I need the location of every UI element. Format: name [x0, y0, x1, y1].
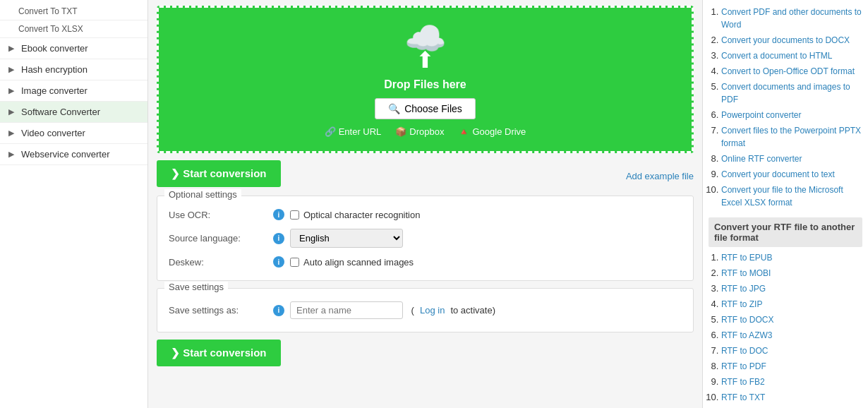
- main-content: ☁️⬆ Drop Files here 🔍 Choose Files 🔗 Ent…: [148, 0, 702, 408]
- start-conversion-button-top[interactable]: ❯ Start conversion: [157, 160, 281, 187]
- optional-settings-section: Optional settings Use OCR: i Optical cha…: [157, 196, 694, 281]
- source-language-select[interactable]: English French German Spanish Italian Po…: [290, 229, 403, 248]
- rtf-link-5[interactable]: RTF to DOCX: [721, 315, 773, 325]
- right-link-4[interactable]: Convert to Open-Office ODT format: [721, 66, 855, 76]
- sidebar-item-webservice[interactable]: ▶ Webservice converter: [0, 144, 147, 165]
- deskew-info-icon[interactable]: i: [273, 256, 284, 268]
- start-conversion-row-top: ❯ Start conversion Add example file: [157, 160, 694, 193]
- sidebar-item-software[interactable]: ▶ Software Converter: [0, 102, 147, 123]
- rtf-link-1[interactable]: RTF to EPUB: [721, 253, 772, 263]
- list-item: Convert files to the Powerpoint PPTX for…: [721, 124, 862, 150]
- login-link[interactable]: Log in: [420, 305, 445, 316]
- save-settings-info-icon[interactable]: i: [273, 305, 284, 316]
- ocr-checkbox[interactable]: [290, 210, 299, 220]
- rtf-list: RTF to EPUB RTF to MOBI RTF to JPG RTF t…: [709, 251, 862, 404]
- dropzone[interactable]: ☁️⬆ Drop Files here 🔍 Choose Files 🔗 Ent…: [157, 6, 694, 153]
- list-item: RTF to DOCX: [721, 313, 862, 326]
- ocr-label: Use OCR:: [169, 210, 267, 220]
- right-link-6[interactable]: Powerpoint converter: [721, 110, 801, 120]
- save-settings-input[interactable]: [290, 301, 403, 319]
- list-item: Convert PDF and other documents to Word: [721, 6, 862, 31]
- search-icon: 🔍: [388, 103, 400, 114]
- sidebar-item-image[interactable]: ▶ Image converter: [0, 80, 147, 102]
- list-item: Convert your document to text: [721, 168, 862, 181]
- sidebar-item-hash[interactable]: ▶ Hash encryption: [0, 59, 147, 80]
- list-item: RTF to FB2: [721, 376, 862, 388]
- dropbox-link[interactable]: 📦 Dropbox: [395, 126, 444, 137]
- deskew-row: Deskew: i Auto align scanned images: [169, 252, 682, 272]
- deskew-checkbox-label[interactable]: Auto align scanned images: [290, 257, 414, 268]
- rtf-link-3[interactable]: RTF to JPG: [721, 284, 766, 294]
- list-item: RTF to MOBI: [721, 267, 862, 280]
- list-item: RTF to ZIP: [721, 298, 862, 311]
- source-language-label: Source language:: [169, 233, 267, 244]
- list-item: Convert your file to the Microsoft Excel…: [721, 184, 862, 209]
- list-item: Powerpoint converter: [721, 109, 862, 121]
- chevron-right-icon: ▶: [8, 107, 18, 116]
- rtf-section: Convert your RTF file to another file fo…: [709, 217, 862, 404]
- save-settings-label: Save settings as:: [169, 305, 267, 316]
- rtf-link-9[interactable]: RTF to FB2: [721, 377, 765, 387]
- right-sidebar: Convert PDF and other documents to Word …: [702, 0, 868, 408]
- right-links-list: Convert PDF and other documents to Word …: [709, 6, 862, 209]
- deskew-checkbox[interactable]: [290, 258, 299, 267]
- upload-cloud-icon: ☁️⬆: [404, 22, 447, 71]
- rtf-section-header: Convert your RTF file to another file fo…: [709, 217, 862, 247]
- right-link-1[interactable]: Convert PDF and other documents to Word: [721, 7, 862, 30]
- list-item: RTF to JPG: [721, 282, 862, 295]
- rtf-link-6[interactable]: RTF to AZW3: [721, 330, 772, 340]
- start-conversion-button-bottom[interactable]: ❯ Start conversion: [157, 340, 281, 366]
- rtf-link-4[interactable]: RTF to ZIP: [721, 299, 762, 309]
- chevron-right-icon: ▶: [8, 128, 18, 138]
- list-item: RTF to EPUB: [721, 251, 862, 264]
- optional-settings-legend: Optional settings: [164, 189, 241, 200]
- chevron-right-icon: ▶: [8, 44, 18, 53]
- chevron-right-icon: ▶: [8, 86, 18, 95]
- dropbox-icon: 📦: [395, 126, 406, 137]
- left-sidebar: Convert To TXT Convert To XLSX ▶ Ebook c…: [0, 0, 148, 408]
- list-item: Convert a document to HTML: [721, 49, 862, 62]
- sidebar-item-ebook[interactable]: ▶ Ebook converter: [0, 38, 147, 59]
- dropzone-links: 🔗 Enter URL 📦 Dropbox 🔺 Google Drive: [325, 126, 526, 137]
- enter-url-link[interactable]: 🔗 Enter URL: [325, 126, 382, 137]
- ocr-checkbox-label[interactable]: Optical character recognition: [290, 210, 420, 220]
- right-link-8[interactable]: Online RTF converter: [721, 154, 802, 164]
- deskew-label: Deskew:: [169, 257, 267, 268]
- list-item: RTF to DOC: [721, 344, 862, 357]
- list-item: RTF to PDF: [721, 360, 862, 373]
- list-item: RTF to TXT: [721, 391, 862, 404]
- right-links-section: Convert PDF and other documents to Word …: [709, 6, 862, 209]
- rtf-link-10[interactable]: RTF to TXT: [721, 392, 765, 402]
- list-item: Convert documents and images to PDF: [721, 80, 862, 106]
- link-icon: 🔗: [325, 126, 336, 137]
- chevron-right-icon: ▶: [8, 150, 18, 159]
- save-settings-row: Save settings as: i ( Log in to activate…: [169, 297, 682, 323]
- source-language-row: Source language: i English French German…: [169, 224, 682, 252]
- ocr-info-icon[interactable]: i: [273, 209, 284, 220]
- right-link-3[interactable]: Convert a document to HTML: [721, 51, 832, 61]
- right-link-5[interactable]: Convert documents and images to PDF: [721, 82, 850, 104]
- source-language-info-icon[interactable]: i: [273, 233, 284, 244]
- googledrive-icon: 🔺: [458, 126, 469, 137]
- sidebar-subitem-txt[interactable]: Convert To TXT: [0, 3, 147, 20]
- list-item: RTF to AZW3: [721, 329, 862, 342]
- chevron-right-icon: ▶: [8, 65, 18, 74]
- rtf-link-2[interactable]: RTF to MOBI: [721, 268, 771, 278]
- sidebar-subitem-xlsx[interactable]: Convert To XLSX: [0, 20, 147, 38]
- save-settings-legend: Save settings: [164, 282, 228, 292]
- dropzone-title: Drop Files here: [384, 78, 466, 91]
- right-link-2[interactable]: Convert your documents to DOCX: [721, 35, 850, 45]
- ocr-row: Use OCR: i Optical character recognition: [169, 205, 682, 224]
- choose-files-button[interactable]: 🔍 Choose Files: [375, 98, 476, 119]
- right-link-9[interactable]: Convert your document to text: [721, 169, 835, 179]
- add-example-link[interactable]: Add example file: [626, 162, 694, 191]
- rtf-link-7[interactable]: RTF to DOC: [721, 346, 768, 356]
- list-item: Convert your documents to DOCX: [721, 34, 862, 47]
- googledrive-link[interactable]: 🔺 Google Drive: [458, 126, 526, 137]
- right-link-7[interactable]: Convert files to the Powerpoint PPTX for…: [721, 126, 861, 148]
- rtf-link-8[interactable]: RTF to PDF: [721, 361, 766, 371]
- save-settings-section: Save settings Save settings as: i ( Log …: [157, 288, 694, 332]
- list-item: Convert to Open-Office ODT format: [721, 65, 862, 78]
- sidebar-item-video[interactable]: ▶ Video converter: [0, 123, 147, 144]
- right-link-10[interactable]: Convert your file to the Microsoft Excel…: [721, 185, 843, 208]
